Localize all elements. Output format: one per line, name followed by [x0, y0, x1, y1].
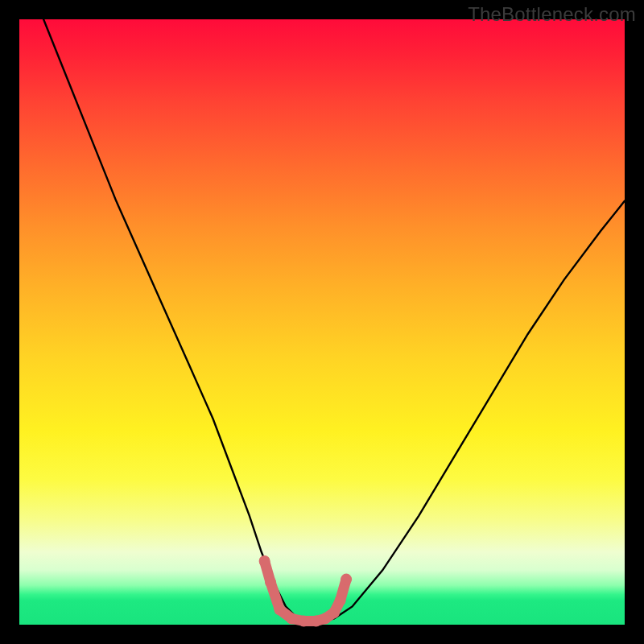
sweet-spot-dot	[286, 613, 297, 625]
chart-frame: TheBottleneck.com	[0, 0, 644, 644]
chart-svg	[19, 19, 625, 625]
sweet-spot-dot	[298, 616, 309, 627]
sweet-spot-dot	[335, 595, 346, 606]
sweet-spot-dot	[259, 555, 270, 567]
sweet-spot-dot	[341, 574, 352, 585]
bottleneck-curve	[43, 19, 625, 621]
chart-plot-area	[19, 19, 625, 625]
sweet-spot-dot	[274, 604, 285, 615]
sweet-spot-marker	[259, 555, 353, 627]
sweet-spot-dot	[328, 607, 340, 618]
watermark-text: TheBottleneck.com	[468, 3, 636, 26]
sweet-spot-dot	[265, 576, 276, 588]
